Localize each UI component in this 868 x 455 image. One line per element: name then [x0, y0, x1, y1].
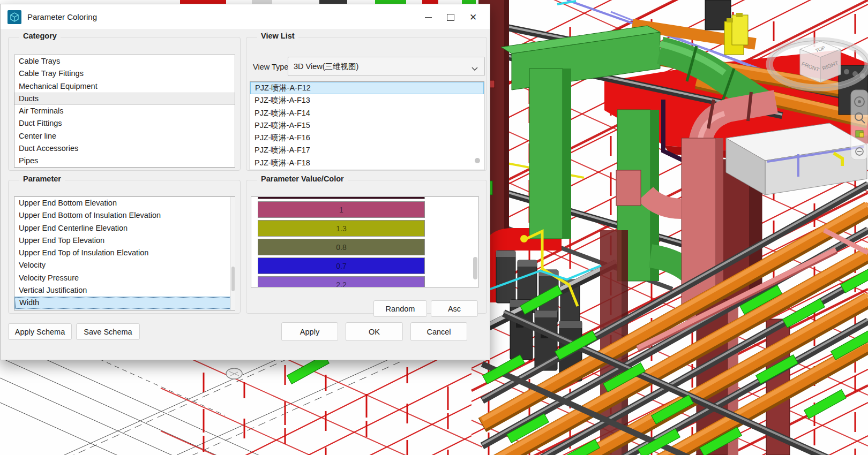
apply-schema-button[interactable]: Apply Schema	[8, 323, 72, 340]
view-list-group-label: View List	[257, 32, 298, 40]
color-bar[interactable]: 2.2	[258, 276, 425, 287]
chevron-down-icon	[472, 64, 478, 73]
view-type-value: 3D View(三维视图)	[294, 62, 358, 72]
top-sliver	[180, 0, 476, 4]
category-item-selected[interactable]: Ducts	[14, 93, 235, 105]
parameter-list[interactable]: Upper End Bottom ElevationUpper End Bott…	[14, 196, 235, 310]
cancel-button[interactable]: Cancel	[410, 322, 467, 341]
color-bar[interactable]: 1	[258, 201, 425, 218]
category-item[interactable]: Mechanical Equipment	[14, 80, 235, 93]
category-item[interactable]: Pipes	[14, 155, 235, 167]
category-list[interactable]: Cable TraysCable Tray FittingsMechanical…	[14, 55, 235, 168]
random-button[interactable]: Random	[373, 300, 427, 317]
value-color-panel: 11.30.80.72.2	[251, 196, 479, 287]
parameter-item[interactable]: Velocity	[14, 259, 235, 271]
parameter-item-selected[interactable]: Width	[14, 297, 235, 309]
category-group-label: Category	[19, 32, 61, 40]
category-item[interactable]: Air Terminals	[14, 105, 235, 117]
category-item[interactable]: Duct Accessories	[14, 142, 235, 155]
parameter-item[interactable]: Upper End Bottom Elevation	[14, 197, 235, 209]
view-item[interactable]: PJZ-喷淋-A-F18	[250, 157, 484, 169]
app-icon	[8, 10, 21, 24]
parameter-group: Parameter Upper End Bottom ElevationUppe…	[8, 180, 241, 314]
view-list[interactable]: PJZ-喷淋-A-F12PJZ-喷淋-A-F13PJZ-喷淋-A-F14PJZ-…	[250, 81, 484, 170]
view-item[interactable]: PJZ-喷淋-A-F14	[250, 107, 484, 119]
view-list-group: View List View Type: 3D View(三维视图) PJZ-喷…	[246, 37, 487, 171]
parameter-item[interactable]: Upper End Top Elevation	[14, 234, 235, 247]
view-type-label: View Type:	[253, 63, 290, 71]
view-item[interactable]: PJZ-喷淋-A-F16	[250, 132, 484, 144]
floor-column-symbol	[226, 368, 242, 379]
color-bar[interactable]	[258, 196, 425, 199]
parameter-coloring-dialog: Parameter Coloring ✕ Category Cable Tray…	[0, 4, 490, 360]
color-bar[interactable]: 0.7	[258, 257, 425, 274]
value-color-group: Parameter Value/Color 11.30.80.72.2 Rand…	[246, 180, 487, 314]
parameter-item[interactable]: Vertical Justification	[14, 284, 235, 297]
save-schema-button[interactable]: Save Schema	[76, 323, 140, 340]
view-item[interactable]: PJZ-喷淋-A-F13	[250, 94, 484, 107]
category-item[interactable]: Cable Tray Fittings	[14, 67, 235, 80]
application-window: TOP FRONT RIGHT Parameter Coloring	[0, 0, 868, 455]
parameter-group-label: Parameter	[19, 175, 65, 183]
value-color-group-label: Parameter Value/Color	[257, 175, 348, 183]
parameter-item[interactable]: Upper End Bottom of Insulation Elevation	[14, 209, 235, 222]
value-color-scrollbar[interactable]	[473, 257, 477, 279]
view-item-selected[interactable]: PJZ-喷淋-A-F12	[250, 82, 484, 94]
parameter-item[interactable]: Upper End Centerline Elevation	[14, 222, 235, 234]
category-item[interactable]: Duct Fittings	[14, 117, 235, 130]
close-button[interactable]: ✕	[462, 8, 484, 26]
view-item[interactable]: PJZ-喷淋-A-F15	[250, 119, 484, 132]
parameter-item[interactable]: Velocity Pressure	[14, 272, 235, 284]
title-bar[interactable]: Parameter Coloring ✕	[1, 4, 490, 30]
category-item[interactable]: Cable Trays	[14, 55, 235, 67]
view-type-dropdown[interactable]: 3D View(三维视图)	[288, 57, 485, 76]
apply-button[interactable]: Apply	[281, 322, 338, 341]
view-list-scrollbar[interactable]	[475, 158, 480, 163]
parameter-list-scrollbar[interactable]	[230, 197, 235, 310]
minimize-button[interactable]	[417, 8, 439, 26]
asc-button[interactable]: Asc	[431, 300, 478, 317]
ok-button[interactable]: OK	[346, 322, 403, 341]
parameter-item[interactable]: Upper End Top of Insulation Elevation	[14, 247, 235, 259]
orbit-icon[interactable]	[856, 131, 864, 137]
maximize-button[interactable]	[439, 8, 462, 26]
view-item[interactable]: PJZ-喷淋-A-F17	[250, 144, 484, 156]
category-item[interactable]: Center line	[14, 130, 235, 142]
category-group: Category Cable TraysCable Tray FittingsM…	[8, 37, 241, 171]
color-bar[interactable]: 0.8	[258, 239, 425, 255]
navigation-bar	[851, 90, 868, 160]
color-bar[interactable]: 1.3	[258, 220, 425, 237]
dialog-title: Parameter Coloring	[27, 12, 97, 21]
